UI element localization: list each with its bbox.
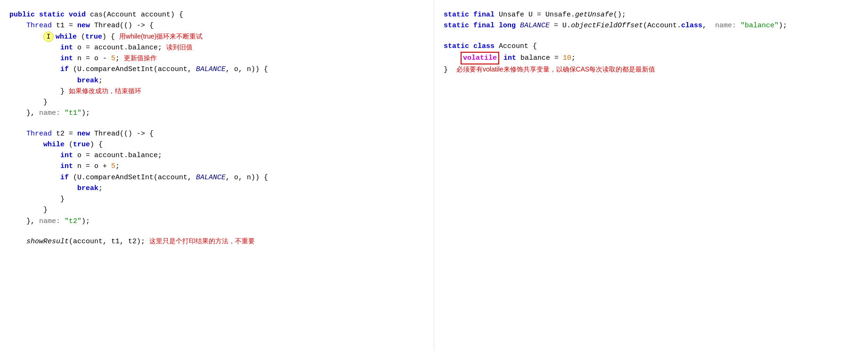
code-line-9: }: [9, 97, 429, 108]
code-line-7: break ;: [9, 75, 429, 86]
keyword-thread-2: Thread: [26, 128, 52, 139]
left-code-panel: public static void cas(Account account) …: [0, 0, 434, 351]
code-line-8: } 如果修改成功，结束循环: [9, 86, 429, 97]
name-attr-t1: name:: [39, 108, 65, 119]
code-line-17: break ;: [9, 183, 429, 194]
code-line-16: if (U.compareAndSetInt(account, BALANCE …: [9, 172, 429, 183]
code-line-20: }, name: "t2" );: [9, 216, 429, 227]
comment-while-loop: 用while(true)循环来不断重试: [119, 32, 203, 42]
keyword-class: class: [681, 20, 702, 31]
keyword-if-2: if: [60, 172, 69, 183]
keyword-int-2: int: [60, 53, 73, 64]
keyword-new: new: [77, 20, 90, 31]
keyword-true-2: true: [73, 139, 90, 150]
number-5-1: 5: [111, 53, 115, 64]
code-line-4: int o = account.balance; 读到旧值: [9, 42, 429, 53]
name-attr-t2: name:: [39, 216, 65, 227]
keyword-static-3: static: [444, 41, 469, 52]
method-getunsafe: getUnsafe: [575, 9, 613, 20]
comment-update-val: 更新值操作: [124, 53, 157, 64]
keyword-class: class: [473, 41, 495, 52]
right-spacer-1: [444, 32, 863, 41]
volatile-keyword: volatile: [461, 52, 499, 64]
keyword-final-1: final: [473, 9, 495, 20]
string-t2: "t2": [65, 216, 81, 227]
cursor-highlight: I: [43, 32, 54, 42]
name-attr-balance: name:: [715, 20, 740, 31]
right-code-line-4: static class Account {: [444, 41, 863, 52]
keyword-int-3: int: [60, 150, 73, 161]
keyword-long: long: [499, 20, 516, 31]
code-line-22: showResult (account, t1, t2); 这里只是个打印结果的…: [9, 236, 429, 247]
code-line-13: while ( true ) {: [9, 139, 429, 150]
keyword-while: while: [56, 32, 77, 42]
comment-break-success: 如果修改成功，结束循环: [69, 86, 141, 96]
right-code-line-5: volatile int balance = 10 ;: [444, 52, 863, 64]
code-line-1: public static void cas(Account account) …: [9, 9, 429, 20]
keyword-int-1: int: [60, 42, 73, 53]
code-line-6: if (U.compareAndSetInt(account, BALANCE …: [9, 64, 429, 75]
code-line-19: }: [9, 205, 429, 215]
keyword-break-2: break: [77, 183, 98, 194]
balance-var-2: BALANCE: [196, 172, 226, 183]
comment-read-old: 读到旧值: [166, 42, 193, 53]
keyword-static-1: static: [444, 9, 469, 20]
keyword-void: void: [69, 9, 86, 20]
method-objectfieldoffset: objectFieldOffset: [571, 20, 643, 31]
right-code-panel: static final Unsafe U = Unsafe. getUnsaf…: [434, 0, 868, 351]
keyword-static-2: static: [444, 20, 469, 31]
right-code-line-6: } 必须要有volatile来修饰共享变量，以确保CAS每次读取的都是最新值: [444, 64, 863, 75]
spacer-2: [9, 227, 429, 236]
method-showresult: showResult: [26, 236, 69, 247]
keyword-static: static: [39, 9, 65, 20]
keyword-final-2: final: [473, 20, 495, 31]
keyword-while-2: while: [43, 139, 65, 150]
keyword-public: public: [9, 9, 35, 20]
balance-const: BALANCE: [520, 20, 550, 31]
number-5-2: 5: [111, 161, 115, 172]
code-line-5: int n = o - 5 ; 更新值操作: [9, 53, 429, 64]
comment-volatile-explain: 必须要有volatile来修饰共享变量，以确保CAS每次读取的都是最新值: [456, 64, 655, 75]
code-line-18: }: [9, 194, 429, 205]
right-code-line-2: static final long BALANCE = U. objectFie…: [444, 20, 863, 31]
code-line-15: int n = o + 5 ;: [9, 161, 429, 172]
code-line-12: Thread t2 = new Thread(() -> {: [9, 128, 429, 139]
comment-showresult: 这里只是个打印结果的方法，不重要: [149, 236, 255, 247]
keyword-new-2: new: [77, 128, 90, 139]
right-code-line-1: static final Unsafe U = Unsafe. getUnsaf…: [444, 9, 863, 20]
code-line-3: I while ( true ) { 用while(true)循环来不断重试: [9, 32, 429, 42]
keyword-if-1: if: [60, 64, 69, 75]
keyword-break-1: break: [77, 75, 98, 86]
number-10: 10: [563, 53, 571, 64]
string-t1: "t1": [65, 108, 81, 119]
spacer-1: [9, 119, 429, 128]
balance-var-1: BALANCE: [196, 64, 226, 75]
code-line-2: Thread t1 = new Thread(() -> {: [9, 20, 429, 31]
keyword-int-r: int: [503, 53, 516, 64]
code-line-14: int o = account.balance;: [9, 150, 429, 161]
code-line-10: }, name: "t1" );: [9, 108, 429, 119]
string-balance: "balance": [740, 20, 779, 31]
keyword-int-4: int: [60, 161, 73, 172]
keyword-true: true: [85, 32, 102, 42]
keyword-thread: Thread: [26, 20, 52, 31]
